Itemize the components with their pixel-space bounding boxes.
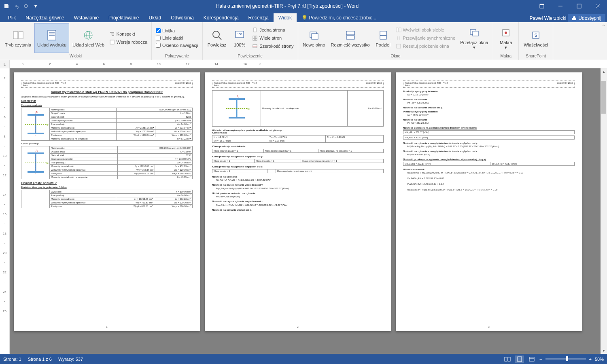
svg-rect-36 — [396, 28, 398, 32]
svg-rect-37 — [399, 28, 401, 32]
svg-rect-45 — [505, 357, 507, 361]
svg-rect-40 — [473, 31, 478, 36]
tab-narzedzia[interactable]: Narzędzia główne — [21, 13, 69, 22]
print-layout-button[interactable]: Układ wydruku — [34, 23, 69, 53]
multi-page-button[interactable]: Wiele stron — [250, 34, 295, 42]
zoom-in-icon[interactable]: + — [589, 357, 592, 362]
zoom-out-icon[interactable]: − — [539, 357, 542, 362]
svg-rect-27 — [255, 38, 257, 40]
i-beam-icon: ZgYg — [28, 114, 44, 134]
group-okno: Okno — [301, 53, 491, 59]
side-by-side-button: Wyświetl obok siebie — [394, 26, 457, 34]
outline-button[interactable]: Konspekt — [108, 30, 149, 38]
switch-windows-button[interactable]: Przełącz okna ▾ — [458, 23, 490, 53]
tab-widok[interactable]: Widok — [274, 13, 297, 22]
maximize-icon[interactable] — [570, 0, 588, 12]
svg-rect-6 — [13, 32, 18, 39]
svg-rect-3 — [577, 4, 581, 8]
properties-button[interactable]: SWłaściwości — [521, 23, 550, 53]
page-1: Projekt: Hala o zmiennej geometrii- TIIR… — [14, 72, 200, 331]
read-mode-button[interactable]: Tryb czytania — [2, 23, 34, 53]
tab-plik[interactable]: Plik — [3, 13, 21, 22]
document-area[interactable]: Projekt: Hala o zmiennej geometrii- TIIR… — [10, 68, 601, 354]
ribbon-options-icon[interactable] — [533, 0, 551, 12]
svg-rect-46 — [508, 357, 510, 361]
group-makra: Makra — [496, 53, 516, 59]
one-page-button[interactable]: Jedna strona — [250, 26, 295, 34]
ruler-checkbox[interactable]: Linijka — [154, 28, 200, 34]
svg-line-20 — [219, 37, 221, 40]
svg-rect-26 — [253, 38, 255, 40]
svg-text:100: 100 — [237, 33, 242, 36]
zoom-100-button[interactable]: 100100% — [229, 23, 250, 53]
ruler-corner: L — [0, 60, 10, 68]
horizontal-ruler[interactable]: ⌂·2·4·6·8·10·12·14·16⌂ — [10, 60, 607, 68]
page-width-button[interactable]: Szerokość strony — [250, 42, 295, 50]
save-icon[interactable] — [3, 3, 10, 9]
scroll-up-icon[interactable]: ▲ — [601, 68, 607, 75]
zoom-button[interactable]: Powiększ — [205, 23, 229, 53]
scroll-down-icon[interactable]: ▼ — [601, 347, 607, 354]
minimize-icon[interactable] — [551, 0, 570, 12]
tab-recenzja[interactable]: Recenzja — [244, 13, 274, 22]
vertical-ruler[interactable]: 2·4·6·8·10·12·14·16·18·20·22·24·26 — [0, 68, 10, 354]
group-powiekszenie: Powiększenie — [205, 53, 295, 59]
web-layout-button[interactable]: Układ sieci Web — [70, 23, 107, 53]
tab-korespondencja[interactable]: Korespondencja — [199, 13, 244, 22]
undo-icon[interactable] — [13, 3, 19, 9]
tab-wstawianie[interactable]: Wstawianie — [69, 13, 104, 22]
vertical-scrollbar[interactable]: ▲ ▼ — [601, 68, 607, 354]
svg-rect-33 — [346, 36, 354, 39]
svg-text:S: S — [535, 33, 537, 38]
group-sharepoint: SharePoint — [521, 53, 550, 59]
svg-rect-25 — [255, 36, 257, 38]
tell-me[interactable]: 💡 Powiedz mi, co chcesz zrobić... — [297, 13, 381, 22]
gridlines-checkbox[interactable]: Linie siatki — [154, 35, 200, 41]
new-window-button[interactable]: Nowe okno — [301, 23, 328, 53]
status-page[interactable]: Strona: 1 — [3, 357, 21, 362]
svg-point-19 — [213, 31, 219, 38]
nav-pane-checkbox[interactable]: Okienko nawigacji — [154, 42, 200, 49]
zoom-level[interactable]: 58% — [595, 357, 604, 362]
tab-odwolania[interactable]: Odwołania — [166, 13, 199, 22]
svg-rect-23 — [254, 28, 256, 32]
group-widoki: Widoki — [2, 53, 149, 59]
i-beam-icon: ZgYg — [229, 98, 245, 119]
tab-projektowanie[interactable]: Projektowanie — [104, 13, 144, 22]
macros-button[interactable]: Makra ▾ — [496, 23, 516, 53]
svg-rect-38 — [397, 44, 401, 48]
status-page-of[interactable]: Strona 1 z 6 — [28, 357, 52, 362]
user-name[interactable]: Paweł Wierzbicki — [530, 15, 567, 21]
collapse-ribbon-icon[interactable]: ⌃ — [600, 22, 607, 60]
svg-rect-1 — [540, 4, 544, 5]
close-icon[interactable] — [588, 0, 607, 12]
svg-rect-32 — [346, 31, 354, 35]
status-words[interactable]: Wyrazy: 537 — [58, 357, 83, 362]
read-view-icon[interactable] — [503, 356, 512, 363]
zoom-slider[interactable] — [545, 358, 586, 360]
print-view-icon[interactable] — [515, 356, 524, 363]
arrange-all-button[interactable]: Rozmieść wszystko — [329, 23, 372, 53]
page-2: Projekt: Hala o zmiennej geometrii- TIIR… — [205, 72, 391, 331]
i-beam-icon: ZgYg — [28, 152, 44, 173]
svg-rect-31 — [312, 34, 318, 39]
window-title: Hala o zmiennej geometrii-TIIR - Pręt 7.… — [42, 3, 533, 9]
web-view-icon[interactable] — [527, 356, 536, 363]
split-button[interactable]: Podziel — [373, 23, 393, 53]
svg-rect-24 — [253, 36, 255, 38]
tab-uklad[interactable]: Układ — [144, 13, 166, 22]
sync-scroll-button: Przewijanie synchroniczne — [394, 34, 457, 42]
qat-dropdown-icon[interactable]: ▾ — [32, 3, 39, 9]
share-button[interactable]: Udostępnij — [568, 14, 605, 22]
page-3: Projekt: Hala o zmiennej geometrii- TIIR… — [396, 72, 582, 331]
svg-point-42 — [505, 32, 507, 34]
draft-button[interactable]: Wersja robocza — [108, 38, 149, 46]
svg-rect-18 — [110, 40, 114, 44]
svg-rect-48 — [529, 357, 534, 361]
redo-icon[interactable] — [23, 3, 29, 9]
reset-pos-button: Resetuj położenie okna — [394, 42, 457, 50]
svg-rect-8 — [48, 30, 56, 40]
svg-rect-7 — [19, 32, 23, 39]
svg-rect-47 — [518, 357, 522, 362]
scroll-thumb[interactable] — [601, 81, 606, 114]
